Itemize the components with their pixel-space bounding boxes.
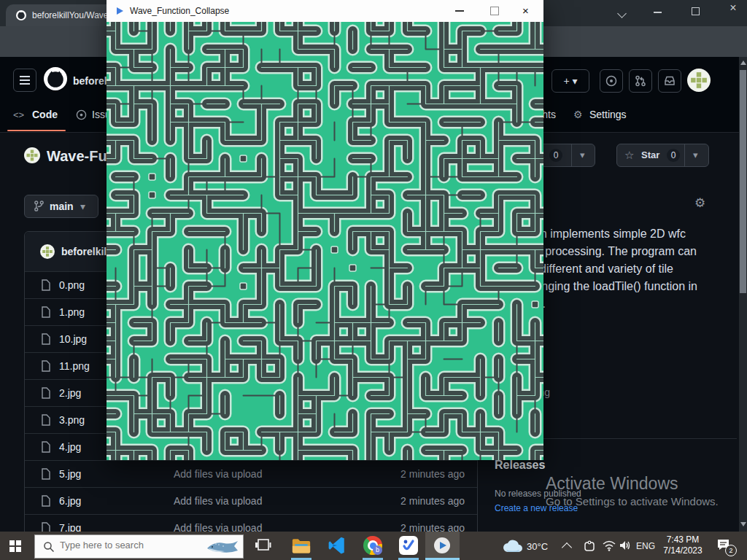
sketch-minimize-button[interactable]	[455, 10, 464, 12]
github-logo-icon[interactable]	[44, 67, 67, 90]
hamburger-menu-button[interactable]	[13, 69, 36, 92]
file-icon	[41, 495, 51, 507]
file-icon	[41, 360, 51, 372]
github-favicon-icon	[16, 10, 26, 20]
start-button[interactable]	[9, 540, 21, 552]
weather-cloud-icon[interactable]	[502, 539, 524, 553]
language-indicator[interactable]: ENG	[636, 541, 655, 551]
search-input[interactable]	[58, 539, 193, 551]
file-name-link[interactable]: 11.png	[59, 360, 90, 372]
star-count: 0	[667, 149, 680, 162]
issue-icon	[605, 75, 617, 87]
activate-windows-watermark-sub: Go to Settings to activate Windows.	[546, 495, 719, 508]
file-icon	[41, 441, 51, 453]
scrollbar-thumb[interactable]	[740, 70, 746, 293]
tab-settings-gear-icon: ⚙	[573, 109, 583, 120]
pull-request-icon	[635, 75, 646, 87]
commit-message-link[interactable]: Add files via upload	[174, 495, 262, 507]
fork-count: 0	[549, 149, 562, 162]
taskbar-clock[interactable]: 7:43 PM 7/14/2023	[659, 534, 707, 556]
file-name-link[interactable]: 2.jpg	[59, 387, 81, 399]
notification-count-badge: 2	[725, 545, 737, 556]
processing-play-icon	[440, 542, 446, 549]
table-row[interactable]: 5.jpg Add files via upload 2 minutes ago	[25, 460, 477, 487]
issues-header-button[interactable]	[600, 69, 623, 93]
file-icon	[41, 333, 51, 345]
whale-shark-image	[204, 537, 241, 556]
file-icon	[41, 468, 51, 480]
sketch-window: Wave_Function_Collapse ×	[107, 0, 543, 460]
commit-time: 2 minutes ago	[400, 468, 465, 480]
file-icon	[41, 387, 51, 399]
pull-requests-header-button[interactable]	[629, 69, 652, 93]
tab-code[interactable]: Code	[32, 109, 58, 120]
browser-restore-button[interactable]	[692, 7, 713, 25]
branch-selector-button[interactable]: main ▾	[24, 195, 98, 218]
browser-close-button[interactable]: ×	[722, 1, 744, 19]
clock-time: 7:43 PM	[659, 534, 707, 545]
sketch-window-title: Wave_Function_Collapse	[130, 6, 229, 16]
branch-icon	[34, 201, 44, 211]
tab-issues-icon	[76, 109, 87, 120]
commit-author-identicon	[40, 244, 55, 259]
file-icon	[41, 279, 51, 291]
task-view-icon[interactable]	[254, 536, 271, 555]
star-icon: ☆	[624, 149, 634, 162]
vscode-icon[interactable]	[328, 536, 347, 555]
table-row[interactable]: 6.jpg Add files via upload 2 minutes ago	[25, 487, 477, 514]
file-icon	[41, 306, 51, 318]
file-name-link[interactable]: 3.png	[59, 414, 85, 426]
star-button[interactable]: ☆ Star 0 ▾	[616, 144, 709, 167]
branch-name: main	[50, 201, 74, 212]
screen: beforelkillYou/Wave_Function_Collapse × …	[0, 0, 747, 560]
page-scrollbar[interactable]	[739, 57, 747, 532]
speaker-icon[interactable]	[619, 540, 632, 551]
branch-caret-icon: ▾	[80, 201, 85, 212]
tab-search-chevron-icon[interactable]	[619, 10, 640, 28]
active-tab-underline	[7, 130, 66, 131]
wfc-pattern-canvas	[107, 22, 543, 460]
clock-date: 7/14/2023	[659, 545, 707, 556]
scroll-down-arrow-icon[interactable]	[740, 522, 746, 526]
wifi-icon[interactable]	[603, 540, 616, 551]
tab-code-icon: <>	[13, 109, 24, 120]
temperature-label[interactable]: 30°C	[527, 541, 548, 552]
sketch-titlebar[interactable]: Wave_Function_Collapse ×	[107, 0, 543, 22]
file-name-link[interactable]: 5.jpg	[59, 468, 81, 480]
inbox-icon	[664, 75, 676, 87]
releases-heading: Releases	[495, 459, 545, 472]
inbox-header-button[interactable]	[658, 69, 681, 93]
chrome-profile-badge: b	[373, 545, 382, 555]
chrome-icon[interactable]: b	[363, 536, 382, 555]
file-name-link[interactable]: 6.jpg	[59, 495, 81, 507]
repo-owner-identicon	[24, 147, 40, 163]
file-explorer-icon[interactable]	[291, 536, 311, 555]
file-name-link[interactable]: 0.png	[59, 279, 85, 291]
sketch-close-button[interactable]: ×	[522, 4, 529, 17]
fork-caret-icon[interactable]: ▾	[580, 149, 585, 160]
sketch-app-icon	[117, 7, 123, 15]
commit-message-link[interactable]: Add files via upload	[174, 468, 262, 480]
tray-chevron-up-icon[interactable]	[562, 542, 572, 553]
create-new-button[interactable]: + ▾	[551, 69, 589, 93]
taskbar: b 30°C	[0, 532, 747, 560]
file-icon	[41, 414, 51, 426]
scroll-up-arrow-icon[interactable]	[740, 61, 746, 65]
tab-settings[interactable]: Settings	[589, 109, 627, 120]
file-name-link[interactable]: 10.jpg	[59, 333, 87, 345]
running-sketch-taskbar-tile[interactable]	[425, 532, 460, 560]
tray-device-icon[interactable]	[584, 540, 595, 552]
blue-v-app-icon[interactable]	[399, 536, 418, 555]
file-name-link[interactable]: 1.png	[59, 306, 85, 318]
sketch-maximize-button[interactable]	[490, 7, 499, 15]
commit-time: 2 minutes ago	[400, 495, 465, 507]
activate-windows-watermark: Activate Windows	[546, 474, 678, 494]
user-avatar-identicon[interactable]	[687, 69, 711, 92]
taskbar-search[interactable]	[34, 534, 244, 559]
search-icon	[43, 541, 55, 553]
file-name-link[interactable]: 4.jpg	[59, 441, 81, 453]
star-label: Star	[641, 149, 659, 160]
about-settings-gear-icon[interactable]: ⚙	[694, 195, 705, 211]
star-caret-icon[interactable]: ▾	[693, 149, 698, 160]
